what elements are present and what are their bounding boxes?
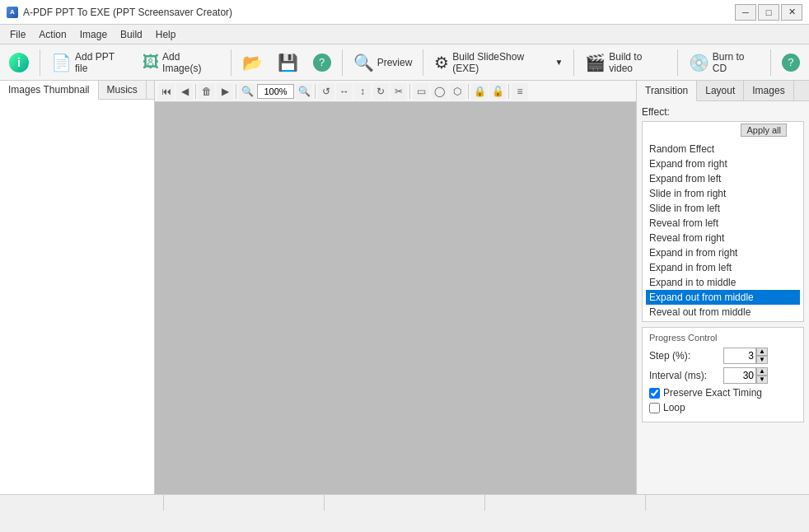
rotate-left-btn[interactable]: ↺: [318, 83, 334, 100]
preserve-timing-label: Preserve Exact Timing: [663, 387, 762, 399]
step-up-btn[interactable]: ▲: [756, 348, 768, 356]
menu-build[interactable]: Build: [114, 27, 149, 42]
status-5: [646, 495, 806, 511]
step-down-btn[interactable]: ▼: [756, 356, 768, 364]
zoom-out-btn[interactable]: 🔍: [239, 83, 255, 100]
shape-btn[interactable]: ⬡: [449, 83, 465, 100]
add-image-button[interactable]: 🖼 Add Image(s): [137, 48, 226, 77]
effect-item[interactable]: Expand out from middle: [646, 290, 800, 305]
edit-sep-4: [409, 84, 410, 99]
flip-v-btn[interactable]: ↕: [354, 83, 371, 100]
menu-help[interactable]: Help: [149, 27, 183, 42]
toolbar-sep-2: [231, 49, 231, 76]
effect-item[interactable]: Expand from right: [646, 156, 800, 171]
prev-btn[interactable]: ◀: [176, 83, 193, 100]
right-panel-content: Effect: Apply all Random EffectExpand fr…: [637, 101, 809, 494]
help-icon-button[interactable]: i: [3, 49, 35, 76]
tab-images-thumbnail[interactable]: Images Thumbnail: [0, 81, 99, 100]
interval-up-btn[interactable]: ▲: [756, 367, 768, 376]
title-bar-controls: ─ □ ✕: [735, 4, 802, 21]
layers-btn[interactable]: ≡: [512, 83, 528, 100]
right-panel: Transition Layout Images Effect: Apply a…: [636, 81, 809, 494]
effect-item[interactable]: Slide in from left: [646, 201, 800, 216]
zoom-input[interactable]: [257, 84, 294, 99]
help-button[interactable]: ?: [307, 50, 337, 75]
about-button[interactable]: ?: [776, 50, 806, 75]
effect-item[interactable]: Reveal in from sides: [646, 320, 800, 321]
effect-item[interactable]: Reveal from left: [646, 216, 800, 231]
build-label: Build SlideShow (EXE): [452, 51, 549, 74]
menu-image[interactable]: Image: [73, 27, 114, 42]
build-slideshow-button[interactable]: ⚙ Build SlideShow (EXE) ▼: [428, 48, 568, 77]
apply-all-button[interactable]: Apply all: [741, 124, 787, 137]
add-ppt-button[interactable]: 📄 Add PPT file: [45, 48, 133, 77]
build-video-button[interactable]: 🎬 Build to video: [579, 48, 672, 77]
edit-toolbar: ⏮ ◀ 🗑 ▶ 🔍 🔍 ↺ ↔ ↕ ↻ ✂ ▭ ◯ ⬡ 🔒 🔓: [155, 81, 636, 102]
zoom-in-btn[interactable]: 🔍: [296, 83, 312, 100]
flip-h-btn[interactable]: ↔: [336, 83, 353, 100]
close-button[interactable]: ✕: [781, 4, 802, 21]
delete-btn[interactable]: 🗑: [199, 83, 215, 100]
tab-transition[interactable]: Transition: [637, 81, 697, 101]
circle-btn[interactable]: ◯: [431, 83, 447, 100]
effect-item[interactable]: Reveal from right: [646, 231, 800, 245]
step-spinner: ▲ ▼: [723, 348, 768, 364]
effect-item[interactable]: Reveal out from middle: [646, 305, 800, 320]
toolbar-sep-6: [677, 49, 678, 76]
next-btn2[interactable]: ▶: [217, 83, 233, 100]
first-btn[interactable]: ⏮: [158, 83, 175, 100]
preserve-timing-checkbox[interactable]: [649, 388, 660, 399]
step-spinner-btns: ▲ ▼: [756, 348, 768, 364]
edit-sep-1: [195, 84, 196, 99]
interval-spinner: ▲ ▼: [723, 367, 768, 384]
rect-btn[interactable]: ▭: [413, 83, 429, 100]
tab-layout[interactable]: Layout: [697, 81, 744, 100]
effect-item[interactable]: Expand from left: [646, 171, 800, 186]
ppt-icon: 📄: [51, 53, 72, 72]
open-button[interactable]: 📂: [236, 49, 269, 76]
info-icon: i: [9, 53, 29, 72]
tab-musics[interactable]: Musics: [99, 81, 147, 99]
unlock-btn[interactable]: 🔓: [489, 83, 506, 100]
effect-container: Apply all Random EffectExpand from right…: [642, 121, 804, 322]
status-3: [325, 495, 485, 511]
about-icon: ?: [782, 54, 800, 72]
lock-btn[interactable]: 🔒: [471, 83, 488, 100]
interval-input[interactable]: [723, 367, 756, 384]
loop-checkbox[interactable]: [649, 403, 660, 413]
edit-sep-6: [508, 84, 509, 99]
step-input[interactable]: [723, 348, 756, 364]
effect-item[interactable]: Slide in from right: [646, 186, 800, 201]
burn-cd-button[interactable]: 💿 Burn to CD: [683, 48, 765, 77]
menu-file[interactable]: File: [3, 27, 32, 42]
save-button[interactable]: 💾: [272, 49, 304, 76]
maximize-button[interactable]: □: [758, 4, 779, 21]
minimize-button[interactable]: ─: [735, 4, 756, 21]
right-tabs: Transition Layout Images: [637, 81, 809, 101]
effect-item[interactable]: Expand in to middle: [646, 275, 800, 290]
toolbar-sep-1: [40, 49, 40, 76]
effect-list[interactable]: Random EffectExpand from rightExpand fro…: [643, 140, 803, 321]
build-dropdown-icon: ▼: [554, 58, 563, 67]
preview-button[interactable]: 🔍 Preview: [348, 49, 419, 76]
effect-item[interactable]: Expand in from left: [646, 260, 800, 275]
crop-btn[interactable]: ✂: [390, 83, 407, 100]
cd-icon: 💿: [689, 53, 709, 72]
menu-action[interactable]: Action: [32, 27, 72, 42]
interval-down-btn[interactable]: ▼: [756, 376, 768, 384]
save-icon: 💾: [278, 53, 298, 72]
edit-sep-2: [236, 84, 236, 99]
canvas[interactable]: [155, 102, 636, 494]
status-4: [485, 495, 646, 511]
toolbar-sep-5: [573, 49, 574, 76]
status-1: [3, 495, 164, 511]
rotate-right-btn[interactable]: ↻: [372, 83, 389, 100]
status-bar: [0, 494, 809, 511]
add-image-label: Add Image(s): [162, 51, 220, 74]
effect-item[interactable]: Random Effect: [646, 142, 800, 156]
preserve-timing-row: Preserve Exact Timing: [649, 387, 797, 399]
status-2: [164, 495, 325, 511]
tab-images[interactable]: Images: [744, 81, 793, 100]
effect-item[interactable]: Expand in from right: [646, 245, 800, 260]
toolbar-sep-3: [342, 49, 343, 76]
